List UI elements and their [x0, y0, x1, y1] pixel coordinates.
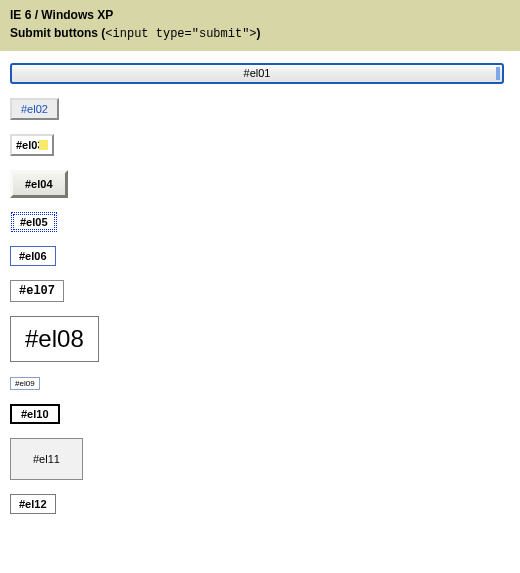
submit-button-el10[interactable]: #el10: [10, 404, 60, 424]
row-el02: #el02: [10, 98, 510, 120]
row-el11: #el11: [10, 438, 510, 480]
submit-button-el04[interactable]: #el04: [10, 170, 68, 198]
submit-button-el11[interactable]: #el11: [10, 438, 83, 480]
subtitle-prefix: Submit buttons (: [10, 26, 105, 40]
submit-button-el08[interactable]: #el08: [10, 316, 99, 362]
submit-button-el07[interactable]: #el07: [10, 280, 64, 302]
row-el03: #el03: [10, 134, 510, 156]
submit-button-el09[interactable]: #el09: [10, 377, 40, 390]
header-subtitle: Submit buttons (<input type="submit">): [10, 24, 510, 43]
page-header: IE 6 / Windows XP Submit buttons (<input…: [0, 0, 520, 51]
header-title: IE 6 / Windows XP: [10, 6, 510, 24]
row-el07: #el07: [10, 280, 510, 302]
row-el09: #el09: [10, 376, 510, 390]
row-el05: #el05: [10, 212, 510, 232]
row-el08: #el08: [10, 316, 510, 362]
row-el04: #el04: [10, 170, 510, 198]
row-el10: #el10: [10, 404, 510, 424]
submit-button-el05[interactable]: #el05: [11, 212, 57, 232]
submit-button-el03[interactable]: #el03: [10, 134, 54, 156]
row-el01: #el01: [10, 63, 510, 84]
submit-button-el12[interactable]: #el12: [10, 494, 56, 514]
submit-button-el06[interactable]: #el06: [10, 246, 56, 266]
subtitle-code: <input type="submit">: [105, 27, 256, 41]
subtitle-suffix: ): [257, 26, 261, 40]
row-el12: #el12: [10, 494, 510, 514]
submit-button-el01[interactable]: #el01: [10, 63, 504, 84]
row-el06: #el06: [10, 246, 510, 266]
submit-button-el02[interactable]: #el02: [10, 98, 59, 120]
content-area: #el01 #el02 #el03 #el04 #el05 #el06 #el0…: [0, 51, 520, 538]
